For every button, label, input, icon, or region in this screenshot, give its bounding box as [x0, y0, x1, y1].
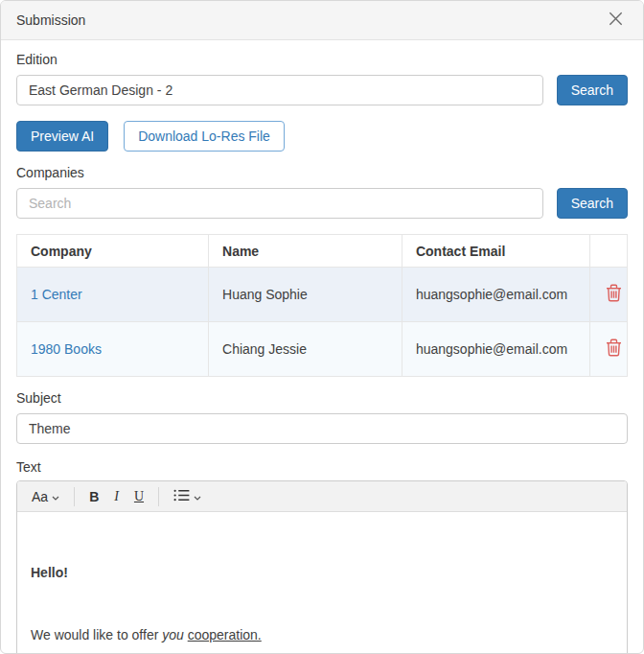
delete-row-button[interactable]: [604, 282, 624, 307]
header-company: Company: [17, 235, 209, 268]
italic-button[interactable]: I: [107, 485, 126, 508]
file-actions-row: Preview AI Download Lo-Res File: [16, 121, 628, 152]
submission-modal: Submission Edition Search Preview AI Dow…: [0, 0, 644, 654]
editor-line: We would like to offer you cooperation.: [31, 625, 613, 646]
chevron-down-icon: [194, 489, 201, 504]
company-search-input[interactable]: [16, 188, 543, 219]
companies-table: Company Name Contact Email 1 Center Huan…: [16, 234, 628, 377]
toolbar-divider: [74, 487, 75, 506]
editor-content[interactable]: Hello! We would like to offer you cooper…: [17, 512, 627, 654]
editor-line: Hello!: [31, 563, 613, 584]
underline-button[interactable]: U: [127, 485, 150, 508]
companies-search-button[interactable]: Search: [557, 188, 628, 219]
bullet-list-icon: [173, 489, 190, 504]
name-cell: Huang Sophie: [209, 268, 402, 322]
subject-row: [16, 413, 628, 444]
bold-text: Hello!: [31, 565, 68, 580]
header-name: Name: [209, 235, 402, 268]
font-style-label: Aa: [32, 489, 48, 504]
modal-body: Edition Search Preview AI Download Lo-Re…: [1, 40, 643, 654]
email-cell: huangsophie@email.com: [402, 268, 589, 322]
edition-label: Edition: [16, 52, 628, 67]
rich-text-editor: Aa B I U: [16, 480, 628, 654]
toolbar-divider: [158, 487, 159, 506]
download-lo-res-button[interactable]: Download Lo-Res File: [124, 121, 285, 152]
text-label: Text: [16, 459, 628, 475]
delete-row-button[interactable]: [604, 337, 624, 362]
header-contact-email: Contact Email: [402, 235, 589, 268]
italic-text: you: [162, 627, 184, 642]
bold-button[interactable]: B: [82, 485, 105, 508]
edition-row: Search: [16, 75, 628, 105]
preview-ai-button[interactable]: Preview AI: [16, 121, 108, 152]
close-button[interactable]: [604, 7, 628, 34]
close-icon: [608, 11, 624, 30]
font-style-button[interactable]: Aa: [25, 485, 66, 508]
trash-icon: [606, 291, 622, 305]
list-button[interactable]: [167, 485, 208, 508]
company-link[interactable]: 1 Center: [31, 287, 82, 302]
email-cell: huangsophie@email.com: [402, 322, 589, 377]
edition-search-button[interactable]: Search: [557, 75, 628, 105]
table-row: 1980 Books Chiang Jessie huangsophie@ema…: [17, 322, 628, 377]
underlined-text: cooperation.: [188, 627, 262, 642]
companies-label: Companies: [16, 165, 628, 180]
table-header-row: Company Name Contact Email: [17, 235, 628, 268]
modal-header: Submission: [1, 1, 643, 40]
trash-icon: [606, 345, 622, 360]
company-link[interactable]: 1980 Books: [31, 341, 102, 357]
modal-title: Submission: [16, 12, 85, 28]
subject-input[interactable]: [16, 413, 628, 444]
chevron-down-icon: [52, 489, 59, 504]
name-cell: Chiang Jessie: [209, 322, 402, 377]
companies-search-row: Search: [16, 188, 628, 219]
table-row: 1 Center Huang Sophie huangsophie@email.…: [17, 268, 628, 322]
editor-toolbar: Aa B I U: [17, 481, 627, 512]
plain-text: We would like to offer: [31, 627, 162, 642]
subject-label: Subject: [16, 390, 628, 406]
header-actions: [590, 235, 628, 268]
edition-input[interactable]: [16, 75, 543, 105]
